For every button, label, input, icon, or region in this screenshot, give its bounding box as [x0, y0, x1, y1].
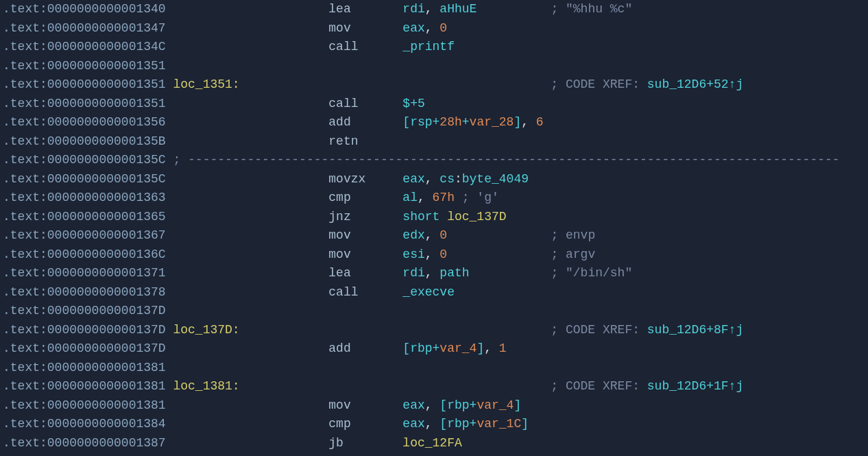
disasm-line[interactable]: .text:000000000000134C call _printf — [3, 38, 865, 57]
address-label: .text:0000000000001381 — [3, 398, 173, 412]
operand-token: 1 — [499, 341, 507, 355]
mnemonic: call — [328, 40, 358, 53]
separator-marker: ; — [173, 153, 188, 167]
address-label: .text:0000000000001351 — [3, 97, 173, 110]
mnemonic: call — [328, 285, 358, 299]
operand-token: var_1C — [477, 417, 521, 431]
disasm-line[interactable]: .text:0000000000001381 — [3, 359, 865, 378]
operand-token: loc_137D — [447, 210, 506, 224]
operand-token: cs — [439, 172, 455, 186]
disasm-line[interactable]: .text:000000000000137D — [3, 302, 865, 321]
operand-token: esi — [402, 248, 424, 261]
operand-token: + — [433, 341, 440, 355]
operand-token: $+5 — [402, 97, 424, 110]
mnemonic: add — [328, 115, 350, 129]
operand-token: eax — [402, 21, 424, 35]
comment-token: ; "%hhu %c" — [551, 2, 632, 16]
mnemonic: call — [328, 97, 358, 110]
disasm-line[interactable]: .text:0000000000001387 jb loc_12FA — [3, 434, 865, 453]
disasm-line[interactable]: .text:0000000000001365 jnz short loc_137… — [3, 208, 865, 227]
loc-label: loc_137D: — [173, 323, 239, 337]
address-label: .text:0000000000001381 — [3, 379, 173, 393]
disasm-line[interactable]: .text:000000000000135C ; ---------------… — [3, 151, 865, 170]
disasm-line[interactable]: .text:000000000000135B retn — [3, 132, 865, 152]
mnemonic: mov — [328, 228, 350, 242]
operand-token: + — [470, 417, 477, 431]
disasm-line[interactable]: .text:0000000000001381 mov eax, [rbp+var… — [3, 396, 865, 416]
operand-token: rbp — [447, 398, 469, 412]
comment-token: "/bin/sh" — [566, 266, 632, 280]
disasm-line[interactable]: .text:0000000000001356 add [rsp+28h+var_… — [3, 113, 865, 132]
address-label: .text:0000000000001356 — [3, 115, 173, 129]
operand-token: [ — [402, 341, 410, 355]
operand-token: byte_4049 — [462, 172, 529, 186]
operand-token: + — [462, 115, 470, 129]
operand-token: rbp — [410, 341, 432, 355]
mnemonic: lea — [328, 266, 350, 280]
operand-token: rsp — [410, 115, 432, 129]
disasm-line[interactable]: .text:0000000000001363 cmp al, 67h ; 'g' — [3, 189, 865, 208]
comment-token: sub_12D6+8F↑j — [647, 323, 743, 337]
operand-token: [ — [402, 115, 410, 129]
address-label: .text:000000000000136C — [3, 248, 173, 261]
operand-token: , — [484, 341, 499, 355]
comment-token: ; — [551, 266, 566, 280]
disasm-line[interactable]: .text:0000000000001381 loc_1381: ; CODE … — [3, 377, 865, 396]
address-label: .text:0000000000001367 — [3, 228, 173, 242]
disasm-line[interactable]: .text:0000000000001351 loc_1351: ; CODE … — [3, 75, 865, 95]
operand-token: ; 'g' — [462, 191, 499, 204]
disasm-line[interactable]: .text:000000000000137D loc_137D: ; CODE … — [3, 321, 865, 340]
disassembly-view[interactable]: .text:0000000000001340 lea rdi, aHhuE ; … — [0, 0, 868, 456]
mnemonic: jnz — [328, 210, 350, 224]
operand-token: path — [439, 266, 469, 280]
disasm-line[interactable]: .text:0000000000001384 cmp eax, [rbp+var… — [3, 415, 865, 434]
comment-token: ; argv — [551, 248, 595, 261]
comment-token: sub_12D6+52↑j — [647, 77, 743, 91]
operand-token: short — [402, 210, 447, 224]
operand-token — [455, 191, 462, 204]
disasm-line[interactable]: .text:0000000000001378 call _execve — [3, 283, 865, 302]
operand-token: ] — [514, 115, 521, 129]
mnemonic: jb — [328, 436, 343, 450]
address-label: .text:000000000000137D — [3, 304, 173, 317]
comment-token: ; CODE XREF: — [551, 77, 647, 91]
address-label: .text:0000000000001347 — [3, 21, 173, 35]
operand-token: var_4 — [477, 398, 514, 412]
comment-token: sub_12D6+1F↑j — [647, 379, 743, 393]
operand-token: , — [425, 398, 440, 412]
address-label: .text:000000000000134C — [3, 40, 173, 53]
disasm-line[interactable]: .text:000000000000136C mov esi, 0 ; argv — [3, 245, 865, 265]
disasm-line[interactable]: .text:0000000000001347 mov eax, 0 — [3, 19, 865, 38]
disasm-line[interactable]: .text:0000000000001367 mov edx, 0 ; envp — [3, 226, 865, 245]
operand-token: eax — [402, 398, 424, 412]
address-label: .text:000000000000135C — [3, 153, 173, 167]
disasm-line[interactable]: .text:0000000000001371 lea rdi, path ; "… — [3, 264, 865, 283]
disasm-line[interactable]: .text:000000000000138D nop — [3, 453, 865, 456]
operand-token: eax — [402, 172, 424, 186]
operand-token: 0 — [439, 248, 447, 261]
address-label: .text:0000000000001363 — [3, 191, 173, 204]
address-label: .text:000000000000135B — [3, 134, 173, 148]
operand-token: 0 — [439, 228, 447, 242]
disasm-line[interactable]: .text:0000000000001351 — [3, 57, 865, 76]
mnemonic: retn — [328, 134, 358, 148]
operand-token: , — [425, 228, 440, 242]
operand-token: + — [433, 115, 440, 129]
operand-token: var_28 — [470, 115, 514, 129]
operand-token: eax — [402, 417, 424, 431]
operand-token: _printf — [402, 40, 455, 53]
operand-token: , — [425, 21, 440, 35]
operand-token: edx — [402, 228, 424, 242]
loc-label: loc_1351: — [173, 77, 239, 91]
operand-token: rdi — [402, 2, 424, 16]
mnemonic: mov — [328, 21, 350, 35]
disasm-line[interactable]: .text:0000000000001340 lea rdi, aHhuE ; … — [3, 0, 865, 19]
comment-token: ; CODE XREF: — [551, 379, 647, 393]
disasm-line[interactable]: .text:000000000000135C movzx eax, cs:byt… — [3, 170, 865, 189]
disasm-line[interactable]: .text:000000000000137D add [rbp+var_4], … — [3, 339, 865, 359]
address-label: .text:000000000000137D — [3, 341, 173, 355]
operand-token: _execve — [402, 285, 455, 299]
operand-token: 0 — [439, 21, 447, 35]
operand-token: 6 — [536, 115, 544, 129]
disasm-line[interactable]: .text:0000000000001351 call $+5 — [3, 95, 865, 114]
